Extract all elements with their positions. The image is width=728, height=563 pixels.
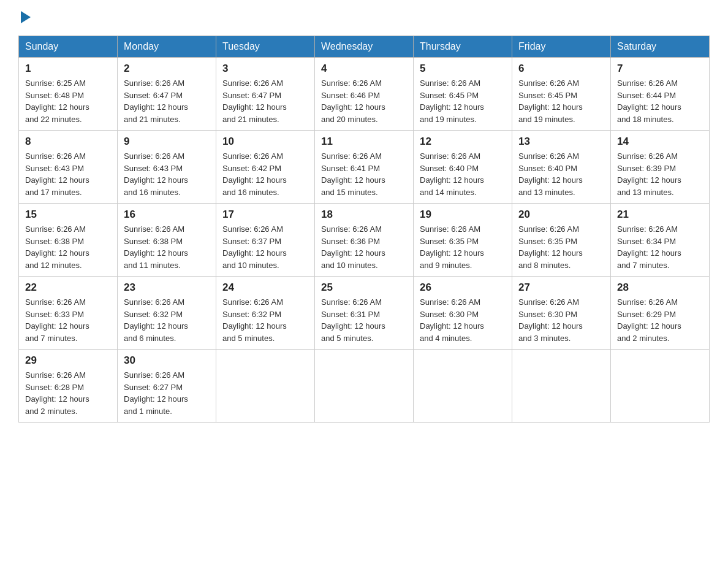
day-cell: 25 Sunrise: 6:26 AM Sunset: 6:31 PM Dayl… [315, 277, 414, 350]
day-info: Sunrise: 6:26 AM Sunset: 6:38 PM Dayligh… [25, 223, 111, 271]
day-info: Sunrise: 6:26 AM Sunset: 6:43 PM Dayligh… [25, 150, 111, 198]
day-info: Sunrise: 6:26 AM Sunset: 6:39 PM Dayligh… [617, 150, 703, 198]
day-info: Sunrise: 6:26 AM Sunset: 6:42 PM Dayligh… [222, 150, 308, 198]
day-cell: 21 Sunrise: 6:26 AM Sunset: 6:34 PM Dayl… [611, 204, 710, 277]
day-cell: 26 Sunrise: 6:26 AM Sunset: 6:30 PM Dayl… [414, 277, 512, 350]
day-cell: 15 Sunrise: 6:26 AM Sunset: 6:38 PM Dayl… [19, 204, 118, 277]
day-info: Sunrise: 6:26 AM Sunset: 6:36 PM Dayligh… [321, 223, 407, 271]
day-number: 2 [124, 63, 210, 75]
day-number: 27 [518, 282, 604, 294]
week-row-2: 8 Sunrise: 6:26 AM Sunset: 6:43 PM Dayli… [19, 131, 710, 204]
day-cell: 17 Sunrise: 6:26 AM Sunset: 6:37 PM Dayl… [216, 204, 315, 277]
day-cell [315, 350, 414, 423]
day-number: 26 [420, 282, 506, 294]
day-cell: 23 Sunrise: 6:26 AM Sunset: 6:32 PM Dayl… [118, 277, 216, 350]
column-header-wednesday: Wednesday [315, 36, 414, 58]
day-info: Sunrise: 6:26 AM Sunset: 6:41 PM Dayligh… [321, 150, 407, 198]
day-number: 25 [321, 282, 407, 294]
day-info: Sunrise: 6:26 AM Sunset: 6:30 PM Dayligh… [518, 296, 604, 344]
day-cell [216, 350, 315, 423]
day-number: 23 [124, 282, 210, 294]
day-number: 14 [617, 136, 703, 148]
day-cell: 7 Sunrise: 6:26 AM Sunset: 6:44 PM Dayli… [611, 58, 710, 131]
day-info: Sunrise: 6:26 AM Sunset: 6:31 PM Dayligh… [321, 296, 407, 344]
day-info: Sunrise: 6:26 AM Sunset: 6:35 PM Dayligh… [518, 223, 604, 271]
day-number: 7 [617, 63, 703, 75]
logo [18, 12, 31, 23]
day-number: 17 [222, 209, 308, 221]
day-number: 20 [518, 209, 604, 221]
column-header-tuesday: Tuesday [216, 36, 315, 58]
day-cell: 20 Sunrise: 6:26 AM Sunset: 6:35 PM Dayl… [512, 204, 611, 277]
day-number: 10 [222, 136, 308, 148]
day-info: Sunrise: 6:26 AM Sunset: 6:32 PM Dayligh… [124, 296, 210, 344]
week-row-4: 22 Sunrise: 6:26 AM Sunset: 6:33 PM Dayl… [19, 277, 710, 350]
day-cell: 10 Sunrise: 6:26 AM Sunset: 6:42 PM Dayl… [216, 131, 315, 204]
day-info: Sunrise: 6:26 AM Sunset: 6:40 PM Dayligh… [420, 150, 506, 198]
day-number: 28 [617, 282, 703, 294]
day-cell: 1 Sunrise: 6:25 AM Sunset: 6:48 PM Dayli… [19, 58, 118, 131]
day-info: Sunrise: 6:26 AM Sunset: 6:34 PM Dayligh… [617, 223, 703, 271]
day-number: 9 [124, 136, 210, 148]
day-number: 22 [25, 282, 111, 294]
day-cell: 30 Sunrise: 6:26 AM Sunset: 6:27 PM Dayl… [118, 350, 216, 423]
day-cell: 14 Sunrise: 6:26 AM Sunset: 6:39 PM Dayl… [611, 131, 710, 204]
day-cell: 2 Sunrise: 6:26 AM Sunset: 6:47 PM Dayli… [118, 58, 216, 131]
day-info: Sunrise: 6:26 AM Sunset: 6:40 PM Dayligh… [518, 150, 604, 198]
week-row-1: 1 Sunrise: 6:25 AM Sunset: 6:48 PM Dayli… [19, 58, 710, 131]
day-cell: 5 Sunrise: 6:26 AM Sunset: 6:45 PM Dayli… [414, 58, 512, 131]
day-cell: 4 Sunrise: 6:26 AM Sunset: 6:46 PM Dayli… [315, 58, 414, 131]
day-number: 29 [25, 354, 111, 367]
column-header-saturday: Saturday [611, 36, 710, 58]
day-info: Sunrise: 6:26 AM Sunset: 6:33 PM Dayligh… [25, 296, 111, 344]
day-cell: 19 Sunrise: 6:26 AM Sunset: 6:35 PM Dayl… [414, 204, 512, 277]
day-number: 3 [222, 63, 308, 75]
column-header-thursday: Thursday [414, 36, 512, 58]
day-info: Sunrise: 6:26 AM Sunset: 6:43 PM Dayligh… [124, 150, 210, 198]
day-cell: 8 Sunrise: 6:26 AM Sunset: 6:43 PM Dayli… [19, 131, 118, 204]
column-header-friday: Friday [512, 36, 611, 58]
page-header [18, 12, 710, 23]
calendar-table: SundayMondayTuesdayWednesdayThursdayFrid… [18, 36, 710, 423]
day-cell: 12 Sunrise: 6:26 AM Sunset: 6:40 PM Dayl… [414, 131, 512, 204]
day-cell: 16 Sunrise: 6:26 AM Sunset: 6:38 PM Dayl… [118, 204, 216, 277]
week-row-5: 29 Sunrise: 6:26 AM Sunset: 6:28 PM Dayl… [19, 350, 710, 423]
column-header-monday: Monday [118, 36, 216, 58]
day-info: Sunrise: 6:26 AM Sunset: 6:27 PM Dayligh… [124, 369, 210, 417]
day-number: 12 [420, 136, 506, 148]
day-number: 16 [124, 209, 210, 221]
week-row-3: 15 Sunrise: 6:26 AM Sunset: 6:38 PM Dayl… [19, 204, 710, 277]
day-cell: 27 Sunrise: 6:26 AM Sunset: 6:30 PM Dayl… [512, 277, 611, 350]
day-number: 30 [124, 354, 210, 367]
day-info: Sunrise: 6:26 AM Sunset: 6:35 PM Dayligh… [420, 223, 506, 271]
day-cell: 11 Sunrise: 6:26 AM Sunset: 6:41 PM Dayl… [315, 131, 414, 204]
day-number: 4 [321, 63, 407, 75]
day-cell: 22 Sunrise: 6:26 AM Sunset: 6:33 PM Dayl… [19, 277, 118, 350]
day-cell: 9 Sunrise: 6:26 AM Sunset: 6:43 PM Dayli… [118, 131, 216, 204]
day-cell [414, 350, 512, 423]
day-cell [512, 350, 611, 423]
column-header-sunday: Sunday [19, 36, 118, 58]
day-info: Sunrise: 6:26 AM Sunset: 6:47 PM Dayligh… [124, 77, 210, 125]
day-info: Sunrise: 6:26 AM Sunset: 6:45 PM Dayligh… [518, 77, 604, 125]
day-info: Sunrise: 6:26 AM Sunset: 6:45 PM Dayligh… [420, 77, 506, 125]
day-cell: 18 Sunrise: 6:26 AM Sunset: 6:36 PM Dayl… [315, 204, 414, 277]
day-cell: 13 Sunrise: 6:26 AM Sunset: 6:40 PM Dayl… [512, 131, 611, 204]
day-cell: 6 Sunrise: 6:26 AM Sunset: 6:45 PM Dayli… [512, 58, 611, 131]
day-number: 6 [518, 63, 604, 75]
header-row: SundayMondayTuesdayWednesdayThursdayFrid… [19, 36, 710, 58]
day-number: 13 [518, 136, 604, 148]
day-info: Sunrise: 6:26 AM Sunset: 6:38 PM Dayligh… [124, 223, 210, 271]
day-cell: 3 Sunrise: 6:26 AM Sunset: 6:47 PM Dayli… [216, 58, 315, 131]
day-cell: 24 Sunrise: 6:26 AM Sunset: 6:32 PM Dayl… [216, 277, 315, 350]
day-cell: 29 Sunrise: 6:26 AM Sunset: 6:28 PM Dayl… [19, 350, 118, 423]
day-info: Sunrise: 6:26 AM Sunset: 6:46 PM Dayligh… [321, 77, 407, 125]
day-info: Sunrise: 6:25 AM Sunset: 6:48 PM Dayligh… [25, 77, 111, 125]
day-info: Sunrise: 6:26 AM Sunset: 6:47 PM Dayligh… [222, 77, 308, 125]
day-number: 11 [321, 136, 407, 148]
day-info: Sunrise: 6:26 AM Sunset: 6:32 PM Dayligh… [222, 296, 308, 344]
day-info: Sunrise: 6:26 AM Sunset: 6:30 PM Dayligh… [420, 296, 506, 344]
day-info: Sunrise: 6:26 AM Sunset: 6:44 PM Dayligh… [617, 77, 703, 125]
day-number: 18 [321, 209, 407, 221]
day-number: 5 [420, 63, 506, 75]
